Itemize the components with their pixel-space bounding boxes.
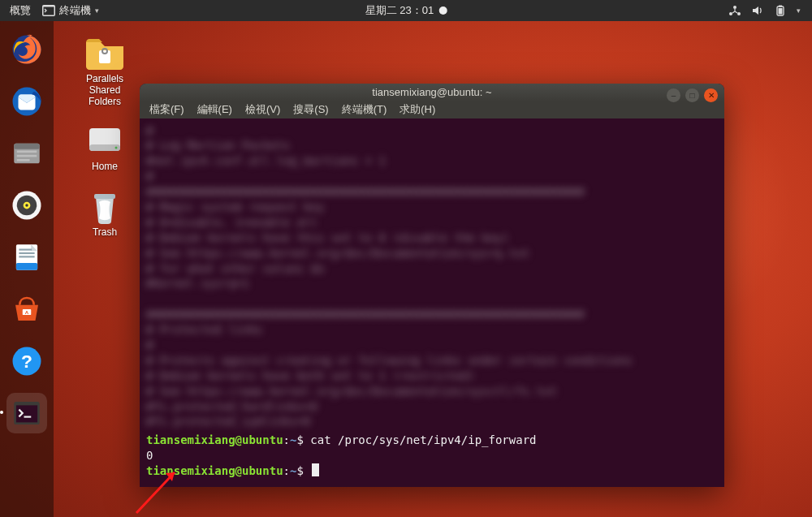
dock-libreoffice-writer[interactable] [6,237,47,278]
desktop-icon-parallels-shared-folders[interactable]: Parallels Shared Folders [73,32,136,107]
menu-search[interactable]: 搜尋(S) [293,102,328,117]
svg-point-35 [115,147,118,149]
drive-icon [83,120,127,159]
desktop-icon-label: Trash [73,227,136,239]
svg-rect-7 [779,8,783,15]
clock[interactable]: 星期二 23：01 [365,3,447,18]
svg-rect-29 [16,405,37,422]
trash-icon [83,186,127,225]
dock-ubuntu-software[interactable]: A [6,289,47,330]
desktop-icon-trash[interactable]: Trash [73,186,136,239]
menu-edit[interactable]: 編輯(E) [197,102,232,117]
dock-firefox[interactable] [6,29,47,70]
app-menu[interactable]: 終端機 ▾ [42,3,99,18]
terminal-title: tiansemixiang@ubuntu: ~ [372,86,491,98]
terminal-cursor [312,463,319,476]
svg-rect-31 [99,50,110,63]
menu-terminal[interactable]: 終端機(T) [342,102,387,117]
prompt-at: @ [235,464,242,477]
terminal-visible-lines: tiansemixiang@ubuntu:~$ cat /proc/sys/ne… [146,433,718,479]
prompt-colon: : [283,464,290,477]
dock-thunderbird[interactable] [6,81,47,122]
desktop-icons: Parallels Shared Folders Home Trash [73,32,136,239]
dock-rhythmbox[interactable] [6,185,47,226]
window-minimize-button[interactable]: – [667,88,680,102]
svg-rect-13 [17,155,37,157]
app-menu-label: 終端機 [59,3,91,18]
clock-label: 星期二 23：01 [365,3,434,18]
svg-rect-20 [16,263,37,270]
folder-icon [83,32,127,71]
terminal-output: 0 [146,448,718,463]
terminal-command-text: cat /proc/sys/net/ipv4/ip_forward [310,433,536,446]
dock: A ? [0,21,54,517]
terminal-titlebar[interactable]: tiansemixiang@ubuntu: ~ – □ ✕ [140,84,724,101]
svg-text:A: A [25,309,29,315]
svg-text:?: ? [21,351,32,372]
window-maximize-button[interactable]: □ [685,88,699,102]
window-close-button[interactable]: ✕ [704,88,718,102]
recording-dot-icon [438,6,447,15]
svg-rect-1 [44,7,54,15]
dock-terminal[interactable] [6,393,47,433]
svg-point-3 [737,12,741,15]
terminal-body[interactable]: # # Log Martian Packets #net.ipv4.conf.a… [140,118,724,487]
svg-point-18 [25,204,28,207]
battery-icon [774,5,787,16]
svg-rect-6 [779,6,782,7]
terminal-line-command: tiansemixiang@ubuntu:~$ cat /proc/sys/ne… [146,433,718,448]
svg-rect-14 [17,159,30,162]
activities-button[interactable]: 概覽 [10,3,31,18]
terminal-indicator-icon [42,5,55,16]
prompt-colon: : [283,433,290,446]
svg-rect-21 [19,249,32,251]
menu-view[interactable]: 檢視(V) [245,102,280,117]
prompt-symbol: $ [296,433,303,446]
svg-rect-11 [14,144,40,149]
svg-rect-36 [94,194,115,199]
svg-rect-30 [24,416,32,418]
volume-icon [751,5,764,16]
chevron-down-icon: ▾ [95,6,99,15]
terminal-window: tiansemixiang@ubuntu: ~ – □ ✕ 檔案(F) 編輯(E… [140,84,724,487]
dock-help[interactable]: ? [6,341,47,381]
svg-rect-23 [19,256,34,257]
terminal-line-prompt: tiansemixiang@ubuntu:~$ [146,463,718,479]
terminal-blurred-scrollback: # # Log Martian Packets #net.ipv4.conf.a… [146,123,718,430]
svg-point-2 [729,12,732,15]
prompt-host: ubuntu [242,433,283,446]
svg-rect-22 [19,252,34,254]
menu-help[interactable]: 求助(H) [400,102,435,117]
top-bar: 概覽 終端機 ▾ 星期二 23：01 ▾ [0,0,812,21]
svg-rect-12 [17,151,37,153]
desktop-icon-home[interactable]: Home [73,120,136,173]
prompt-user: tiansemixiang [146,464,235,477]
prompt-symbol: $ [296,464,303,477]
network-icon [728,5,741,16]
dock-files[interactable] [6,133,47,174]
desktop-icon-label: Home [73,162,136,173]
terminal-menubar: 檔案(F) 編輯(E) 檢視(V) 搜尋(S) 終端機(T) 求助(H) [140,101,724,118]
system-tray[interactable]: ▾ [728,5,812,16]
desktop-icon-label: Parallels Shared Folders [73,74,136,107]
prompt-user: tiansemixiang [146,433,235,446]
chevron-down-icon: ▾ [797,6,801,15]
menu-file[interactable]: 檔案(F) [149,102,184,117]
prompt-host: ubuntu [242,464,283,477]
svg-point-4 [733,6,736,9]
prompt-at: @ [235,433,242,446]
